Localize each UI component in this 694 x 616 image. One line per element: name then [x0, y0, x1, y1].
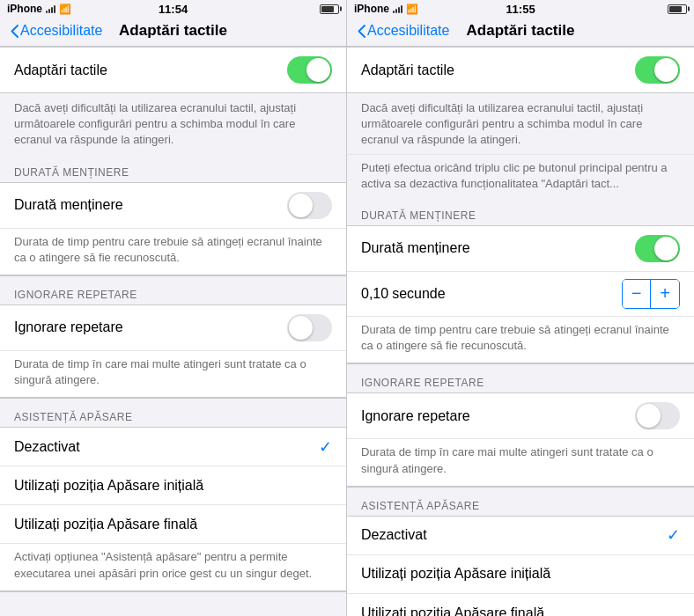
- ignorare-section-right: Ignorare repetare Durata de timp în care…: [347, 392, 694, 487]
- nav-bar-right: Accesibilitate Adaptări tactile: [347, 18, 694, 47]
- panel-left: iPhone 📶 11:54 Accesibilitate Adaptări t…: [0, 0, 347, 616]
- option1-row-left[interactable]: Dezactivat ✓: [0, 428, 346, 466]
- option3-label-left: Utilizați poziția Apăsare finală: [14, 517, 197, 532]
- main-toggle-left[interactable]: [287, 56, 332, 84]
- stepper-unit: secunde: [392, 286, 622, 302]
- wifi-icon: 📶: [59, 4, 71, 15]
- main-toggle-section-left: Adaptări tactile: [0, 47, 346, 93]
- ignorare-toggle-right[interactable]: [635, 402, 680, 429]
- spacer3r: [347, 488, 694, 495]
- ignorare-label-left: Ignorare repetare: [14, 319, 123, 335]
- spacer1: [0, 154, 346, 161]
- spacer3: [0, 399, 346, 406]
- status-time-right: 11:55: [506, 3, 535, 16]
- ignorare-label-right: Ignorare repetare: [361, 408, 470, 424]
- back-label-left: Accesibilitate: [20, 23, 102, 39]
- ignorare-desc-left: Durata de timp în care mai multe atinger…: [0, 351, 346, 398]
- spacer2: [0, 276, 346, 283]
- mentinere-desc-right: Durata de timp pentru care trebuie să at…: [347, 317, 694, 363]
- mentinere-toggle-right[interactable]: [635, 235, 680, 262]
- mentinere-toggle-row-right: Durată menținere: [347, 226, 694, 272]
- nav-title-right: Adaptări tactile: [467, 22, 575, 40]
- option2-label-right: Utilizați poziția Apăsare inițială: [361, 566, 550, 582]
- section-header-asistenta-left: ASISTENȚĂ APĂSARE: [0, 406, 346, 427]
- device-name: iPhone: [7, 3, 42, 15]
- section-header-ignorare-right: IGNORARE REPETARE: [347, 371, 694, 392]
- signal-icon-right: [393, 4, 402, 13]
- section-header-ignorare-left: IGNORARE REPETARE: [0, 283, 346, 304]
- stepper-value: 0,10: [361, 286, 388, 302]
- desc1-left: Dacă aveți dificultăți la utilizarea ecr…: [0, 93, 346, 154]
- stepper-row-right: 0,10 secunde − +: [347, 272, 694, 317]
- back-button-right[interactable]: Accesibilitate: [358, 23, 449, 39]
- option1-label-left: Dezactivat: [14, 439, 80, 455]
- option2-row-left[interactable]: Utilizați poziția Apăsare inițială: [0, 466, 346, 505]
- option1-check-right: ✓: [667, 525, 680, 545]
- mentinere-section-right: Durată menținere 0,10 secunde − + Durata…: [347, 225, 694, 364]
- wifi-icon-right: 📶: [406, 4, 418, 15]
- spacer2r: [347, 364, 694, 371]
- asistenta-section-left: Dezactivat ✓ Utilizați poziția Apăsare i…: [0, 427, 346, 591]
- spacer1r: [347, 197, 694, 204]
- content-left: Adaptări tactile Dacă aveți dificultăți …: [0, 47, 346, 616]
- status-right: [320, 4, 339, 14]
- section-header-asistenta-right: ASISTENȚĂ APĂSARE: [347, 495, 694, 516]
- option3-label-right: Utilizați poziția Apăsare finală: [361, 605, 544, 616]
- content-right: Adaptări tactile Dacă aveți dificultăți …: [347, 47, 694, 616]
- main-toggle-label-right: Adaptări tactile: [361, 62, 454, 78]
- status-left: iPhone 📶: [7, 3, 71, 15]
- section-header-mentinere-left: DURATĂ MENȚINERE: [0, 161, 346, 182]
- asistenta-section-right: Dezactivat ✓ Utilizați poziția Apăsare i…: [347, 516, 694, 616]
- battery-icon: [320, 4, 339, 14]
- ignorare-toggle-row-right: Ignorare repetare: [347, 393, 694, 439]
- status-bar-left: iPhone 📶 11:54: [0, 0, 346, 18]
- mentinere-section-left: Durată menținere Durata de timp pentru c…: [0, 182, 346, 276]
- battery-icon-right: [668, 4, 687, 14]
- desc2-right: Puteți efectua oricând triplu clic pe bu…: [347, 154, 694, 197]
- option1-row-right[interactable]: Dezactivat ✓: [347, 517, 694, 555]
- back-label-right: Accesibilitate: [367, 23, 449, 39]
- asistenta-desc-left: Activați opțiunea "Asistență apăsare" pe…: [0, 544, 346, 590]
- nav-title-left: Adaptări tactile: [119, 22, 227, 40]
- option3-row-left[interactable]: Utilizați poziția Apăsare finală: [0, 505, 346, 544]
- mentinere-label-left: Durată menținere: [14, 197, 123, 213]
- ignorare-section-left: Ignorare repetare Durata de timp în care…: [0, 304, 346, 399]
- option3-row-right[interactable]: Utilizați poziția Apăsare finală: [347, 594, 694, 616]
- status-right-right: [668, 4, 687, 14]
- ignorare-desc-right: Durata de timp în care mai multe atinger…: [347, 439, 694, 486]
- stepper-controls: − +: [622, 279, 680, 309]
- main-toggle-label-left: Adaptări tactile: [14, 62, 107, 78]
- option1-check-left: ✓: [319, 437, 332, 457]
- mentinere-desc-left: Durata de timp pentru care trebuie să at…: [0, 229, 346, 275]
- signal-icon: [46, 4, 55, 13]
- back-button-left[interactable]: Accesibilitate: [11, 23, 102, 39]
- device-name-right: iPhone: [354, 3, 389, 15]
- stepper-increment[interactable]: +: [651, 280, 679, 308]
- mentinere-label-right: Durată menținere: [361, 240, 470, 256]
- status-left-right: iPhone 📶: [354, 3, 418, 15]
- option2-label-left: Utilizați poziția Apăsare inițială: [14, 478, 203, 494]
- panel-right: iPhone 📶 11:55 Accesibilitate Adaptări t…: [347, 0, 694, 616]
- main-toggle-right[interactable]: [635, 56, 680, 84]
- status-time: 11:54: [159, 3, 188, 16]
- ignorare-toggle-left[interactable]: [287, 314, 332, 341]
- nav-bar-left: Accesibilitate Adaptări tactile: [0, 18, 346, 47]
- option1-label-right: Dezactivat: [361, 527, 427, 543]
- main-toggle-section-right: Adaptări tactile: [347, 47, 694, 93]
- option2-row-right[interactable]: Utilizați poziția Apăsare inițială: [347, 555, 694, 594]
- desc1-right: Dacă aveți dificultăți la utilizarea ecr…: [347, 93, 694, 154]
- mentinere-toggle-left[interactable]: [287, 192, 332, 219]
- mentinere-toggle-row-left: Durată menținere: [0, 183, 346, 229]
- ignorare-toggle-row-left: Ignorare repetare: [0, 305, 346, 351]
- stepper-decrement[interactable]: −: [623, 280, 651, 308]
- main-toggle-row-left: Adaptări tactile: [0, 48, 346, 92]
- section-header-mentinere-right: DURATĂ MENȚINERE: [347, 204, 694, 225]
- status-bar-right: iPhone 📶 11:55: [347, 0, 694, 18]
- main-toggle-row-right: Adaptări tactile: [347, 48, 694, 92]
